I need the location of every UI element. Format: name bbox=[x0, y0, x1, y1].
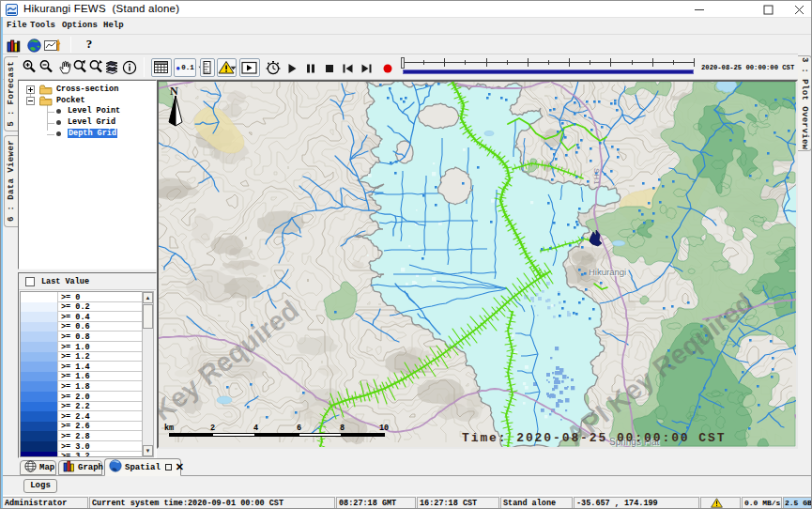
interval-dropdown[interactable]: ●0.1 bbox=[174, 58, 196, 77]
scroll-thumb[interactable] bbox=[143, 304, 153, 329]
info-button[interactable] bbox=[121, 59, 137, 75]
pause-button[interactable] bbox=[304, 62, 316, 74]
legend-row[interactable]: >= 1.2 bbox=[21, 352, 142, 362]
scale-tick-label: 10 bbox=[379, 424, 389, 433]
legend-swatch bbox=[21, 402, 58, 412]
first-frame-button[interactable] bbox=[342, 62, 354, 74]
legend-row[interactable]: >= 0 bbox=[21, 292, 142, 302]
animation-button[interactable] bbox=[239, 58, 260, 77]
road-label: SH1 bbox=[592, 168, 601, 186]
legend-row[interactable]: >= 3.0 bbox=[21, 441, 142, 452]
legend-row[interactable]: >= 0.6 bbox=[21, 322, 142, 332]
legend-row-label: >= 2.4 bbox=[61, 412, 90, 422]
zoom-next-button[interactable] bbox=[88, 59, 104, 75]
timeline-range-bar[interactable] bbox=[403, 69, 694, 74]
logs-button[interactable]: Logs bbox=[23, 479, 57, 493]
scale-tick-label: 2 bbox=[210, 424, 215, 433]
stop-button[interactable] bbox=[323, 62, 335, 74]
last-frame-button[interactable] bbox=[360, 62, 373, 74]
legend-row[interactable]: >= 1.0 bbox=[21, 342, 142, 352]
legend-row[interactable]: >= 0.2 bbox=[21, 302, 142, 313]
scroll-down-button[interactable]: ▼ bbox=[143, 445, 153, 456]
legend-scrollbar[interactable]: ▲▼ bbox=[142, 291, 154, 457]
status-system-time: Current system time:2020-09-01 00:00 CST bbox=[89, 497, 335, 509]
timer-button[interactable] bbox=[265, 58, 281, 77]
tree-item-level-point[interactable]: Level Point bbox=[68, 106, 120, 116]
maximize-button[interactable] bbox=[752, 1, 784, 18]
tree-item-pocket[interactable]: Pocket bbox=[56, 96, 85, 105]
scale-button[interactable] bbox=[200, 58, 215, 77]
layers-tree-panel: Cross-sectionPocketLevel PointLevel Grid… bbox=[18, 80, 157, 270]
legend-row[interactable]: >= 2.2 bbox=[21, 402, 142, 412]
menu-item-file[interactable]: File bbox=[7, 21, 27, 30]
timeline-slider[interactable] bbox=[400, 57, 698, 78]
bottom-tab-map[interactable]: Map bbox=[20, 460, 56, 475]
legend-row-label: >= 0.6 bbox=[61, 322, 90, 332]
pan-button[interactable] bbox=[57, 59, 73, 75]
legend-row[interactable]: >= 2.8 bbox=[21, 431, 142, 441]
legend-row-label: >= 2.8 bbox=[61, 432, 90, 441]
menu-bar: FileToolsOptionsHelp bbox=[1, 18, 812, 34]
left-tab-data-viewer[interactable]: 6 : Data Viewer bbox=[4, 135, 18, 227]
map-canvas[interactable] bbox=[159, 82, 796, 447]
last-value-label: Last Value bbox=[41, 277, 89, 286]
tree-item-cross-section[interactable]: Cross-section bbox=[56, 85, 118, 94]
zoom-out-button[interactable] bbox=[38, 59, 54, 75]
close-button[interactable] bbox=[783, 1, 812, 18]
title-bar: Hikurangi FEWS (Stand alone) bbox=[1, 1, 812, 18]
legend-row[interactable]: >= 3.2 bbox=[21, 452, 142, 457]
tree-item-level-grid[interactable]: Level Grid bbox=[68, 117, 115, 127]
map-display-button[interactable] bbox=[26, 38, 42, 53]
legend-row-label: >= 0.4 bbox=[61, 313, 90, 322]
map-viewport[interactable]: API Key RequiredAPI Key RequiredAPI Key … bbox=[159, 82, 796, 447]
reports-button[interactable] bbox=[6, 38, 22, 53]
right-tab-plot-overview[interactable]: 3 : Plot Overview bbox=[798, 55, 812, 151]
legend-row[interactable]: >= 2.0 bbox=[21, 392, 142, 402]
town-label: Hikurangi bbox=[589, 267, 626, 277]
warnings-caret-icon[interactable] bbox=[229, 64, 237, 71]
record-button[interactable] bbox=[381, 62, 393, 74]
left-tab-forecast[interactable]: 5 : Forecast bbox=[4, 56, 18, 131]
legend-row[interactable]: >= 2.4 bbox=[21, 411, 142, 422]
legend-row-label: >= 2.6 bbox=[61, 422, 90, 431]
last-value-checkbox[interactable] bbox=[25, 277, 35, 286]
menu-item-tools[interactable]: Tools bbox=[30, 21, 55, 30]
legend-swatch bbox=[21, 352, 58, 362]
minimize-button[interactable] bbox=[683, 1, 715, 18]
tree-item-depth-grid[interactable]: Depth Grid bbox=[68, 129, 117, 138]
bottom-tab-graph[interactable]: Graph bbox=[58, 460, 102, 475]
menu-item-options[interactable]: Options bbox=[62, 21, 98, 30]
scale-tick-label: 4 bbox=[253, 424, 258, 433]
legend-row[interactable]: >= 1.8 bbox=[21, 381, 142, 392]
leaf-icon bbox=[56, 131, 61, 136]
menu-item-help[interactable]: Help bbox=[103, 21, 124, 30]
legend-row[interactable]: >= 0.4 bbox=[21, 312, 142, 322]
legend-row[interactable]: >= 1.6 bbox=[21, 372, 142, 382]
play-button[interactable] bbox=[285, 62, 298, 74]
import-status-button[interactable] bbox=[43, 38, 62, 53]
help-button[interactable]: ? bbox=[84, 36, 95, 53]
tree-expand-cross-section[interactable] bbox=[26, 85, 35, 94]
zoom-previous-button[interactable] bbox=[72, 59, 88, 75]
status-bar: AdministratorCurrent system time:2020-09… bbox=[1, 495, 812, 509]
bottom-tab-spatial[interactable]: Spatial✕ bbox=[104, 458, 181, 476]
legend-swatch bbox=[21, 381, 58, 392]
map-panel: API Key RequiredAPI Key RequiredAPI Key … bbox=[157, 80, 798, 449]
leaf-icon bbox=[56, 120, 61, 125]
scroll-up-button[interactable]: ▲ bbox=[143, 292, 153, 303]
legend-row-label: >= 0.8 bbox=[61, 332, 90, 342]
grid-display-button[interactable] bbox=[151, 58, 172, 77]
legend-row[interactable]: >= 2.6 bbox=[21, 422, 142, 432]
layers-button[interactable] bbox=[104, 59, 120, 75]
tree-collapse-pocket[interactable] bbox=[26, 97, 35, 105]
legend-header: Last Value bbox=[19, 273, 156, 290]
status-local-time: 16:27:18 CST bbox=[417, 497, 499, 509]
legend-swatch bbox=[21, 411, 58, 422]
legend-row-label: >= 0.2 bbox=[61, 302, 90, 312]
zoom-in-button[interactable] bbox=[22, 59, 38, 75]
tab-close-icon[interactable]: ✕ bbox=[176, 461, 184, 473]
legend-row[interactable]: >= 0.8 bbox=[21, 332, 142, 342]
legend-row[interactable]: >= 1.4 bbox=[21, 362, 142, 372]
timeline-handle[interactable] bbox=[401, 57, 405, 69]
tab-maximize-icon[interactable] bbox=[165, 464, 172, 470]
